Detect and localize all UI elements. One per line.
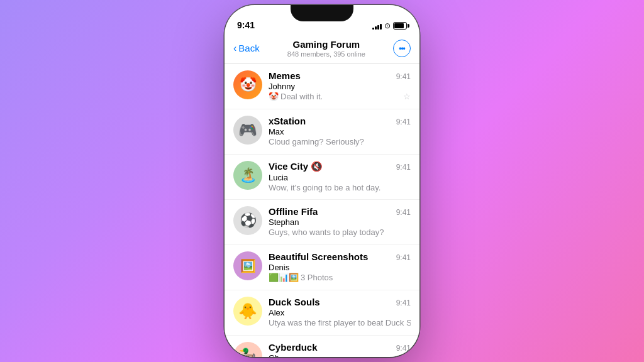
nav-center: Gaming Forum 848 members, 395 online (265, 39, 388, 58)
chat-preview: Guys, who wants to play today? (269, 228, 411, 237)
chat-content: Cyberduck 9:41 Ch... (269, 342, 411, 357)
status-time: 9:41 (237, 20, 255, 30)
wifi-icon: ⊙ (384, 21, 391, 30)
avatar-emoji: 🤡 (240, 77, 257, 93)
chat-sender: Lucia (269, 173, 411, 182)
list-item[interactable]: 🐥 Duck Souls 9:41 Alex Utya was the firs… (225, 290, 419, 336)
avatar: 🤡 (233, 70, 262, 99)
battery-icon (393, 22, 407, 30)
chat-time: 9:41 (396, 253, 411, 262)
chat-content: Memes 9:41 Johnny 🤡 Deal with it. ☆ (269, 70, 411, 101)
chat-top-row: Beautiful Screenshots 9:41 (269, 251, 411, 262)
chat-sender: Max (269, 127, 411, 136)
signal-icon (372, 23, 382, 30)
chat-name: Offline Fifa (269, 206, 318, 217)
chat-preview: Utya was the first player to beat Duck S… (269, 318, 411, 327)
chat-top-row: Duck Souls 9:41 (269, 297, 411, 307)
chat-sender: Alex (269, 308, 411, 317)
avatar: 🎮 (233, 116, 262, 145)
chat-time: 9:41 (396, 118, 411, 126)
chat-name: xStation (269, 116, 306, 126)
chat-sender: Johnny (269, 82, 411, 91)
chat-name: Vice City 🔇 (269, 161, 323, 172)
preview-text: Utya was the first player to beat Duck S… (269, 318, 411, 327)
chat-content: Offline Fifa 9:41 Stephan Guys, who want… (269, 206, 411, 237)
list-item[interactable]: 🖼️ Beautiful Screenshots 9:41 Denis 🟩📊🖼️… (225, 245, 419, 290)
preview-emoji: 🤡 (269, 92, 279, 101)
chat-content: Beautiful Screenshots 9:41 Denis 🟩📊🖼️ 3 … (269, 251, 411, 282)
group-title: Gaming Forum (265, 39, 388, 50)
avatar-emoji: ⚽ (240, 212, 257, 229)
chat-list: 🤡 Memes 9:41 Johnny 🤡 Deal with it. (225, 64, 419, 357)
chat-name: Memes (269, 70, 301, 81)
chat-preview-row: 🤡 Deal with it. ☆ (269, 92, 411, 101)
chat-time: 9:41 (396, 72, 411, 81)
avatar: ⚽ (233, 206, 262, 235)
avatar-emoji: 🖼️ (240, 258, 256, 273)
avatar-emoji: 🐥 (238, 302, 257, 320)
battery-fill (394, 23, 404, 28)
chat-top-row: Cyberduck 9:41 (269, 342, 411, 353)
status-icons: ⊙ (372, 21, 407, 30)
list-item[interactable]: ⚽ Offline Fifa 9:41 Stephan Guys, who wa… (225, 200, 419, 245)
avatar: 🏝️ (233, 161, 262, 190)
avatar: 🐥 (233, 297, 262, 326)
phone-wrapper: 9:41 ⊙ ‹ Back Gaming Forum (225, 5, 419, 357)
list-item[interactable]: 🎮 xStation 9:41 Max Cloud gaming? Seriou… (225, 109, 419, 155)
chat-name: Cyberduck (269, 342, 318, 353)
phone-frame: 9:41 ⊙ ‹ Back Gaming Forum (225, 5, 419, 357)
chat-name: Beautiful Screenshots (269, 251, 368, 262)
preview-text: 3 Photos (301, 273, 333, 282)
chat-top-row: xStation 9:41 (269, 116, 411, 126)
chat-content: Vice City 🔇 9:41 Lucia Wow, it's going t… (269, 161, 411, 192)
avatar: 🦆 (233, 342, 262, 357)
list-item[interactable]: 🏝️ Vice City 🔇 9:41 Lucia Wow, it's goin… (225, 155, 419, 200)
chat-preview: 🤡 Deal with it. (269, 92, 403, 101)
chat-time: 9:41 (396, 163, 411, 172)
back-chevron-icon: ‹ (233, 43, 236, 54)
chat-preview: Wow, it's going to be a hot day. (269, 183, 411, 192)
chat-sender: Denis (269, 263, 411, 272)
avatar: 🖼️ (233, 251, 262, 280)
avatar-emoji: 🦆 (238, 348, 257, 357)
chat-preview: 🟩📊🖼️ 3 Photos (269, 273, 411, 282)
chat-time: 9:41 (396, 299, 411, 307)
list-item[interactable]: 🦆 Cyberduck 9:41 Ch... (225, 336, 419, 357)
chat-preview: Cloud gaming? Seriously? (269, 137, 411, 146)
chat-content: xStation 9:41 Max Cloud gaming? Seriousl… (269, 116, 411, 146)
preview-text: Guys, who wants to play today? (269, 228, 384, 237)
chat-sender: Stephan (269, 217, 411, 227)
chat-sender: Ch... (269, 353, 411, 357)
preview-text: Deal with it. (280, 92, 323, 101)
preview-text: Wow, it's going to be a hot day. (269, 183, 380, 192)
back-label: Back (238, 43, 259, 53)
chat-top-row: Vice City 🔇 9:41 (269, 161, 411, 172)
back-button[interactable]: ‹ Back (233, 43, 260, 54)
more-button[interactable]: ••• (393, 40, 411, 57)
chat-time: 9:41 (396, 344, 411, 353)
more-icon: ••• (399, 45, 405, 52)
chat-content: Duck Souls 9:41 Alex Utya was the first … (269, 297, 411, 327)
chat-top-row: Offline Fifa 9:41 (269, 206, 411, 217)
preview-emoji: 🟩📊🖼️ (269, 273, 299, 282)
chat-top-row: Memes 9:41 (269, 70, 411, 81)
chat-time: 9:41 (396, 208, 411, 217)
list-item[interactable]: 🤡 Memes 9:41 Johnny 🤡 Deal with it. (225, 64, 419, 109)
nav-header: ‹ Back Gaming Forum 848 members, 395 onl… (225, 33, 419, 64)
group-subtitle: 848 members, 395 online (265, 50, 388, 58)
notch (291, 5, 353, 21)
avatar-emoji: 🎮 (238, 121, 257, 139)
chat-name: Duck Souls (269, 297, 320, 307)
pin-icon: ☆ (403, 92, 411, 101)
avatar-emoji: 🏝️ (240, 167, 257, 184)
preview-text: Cloud gaming? Seriously? (269, 137, 364, 146)
content-area: 🤡 Memes 9:41 Johnny 🤡 Deal with it. (225, 64, 419, 357)
